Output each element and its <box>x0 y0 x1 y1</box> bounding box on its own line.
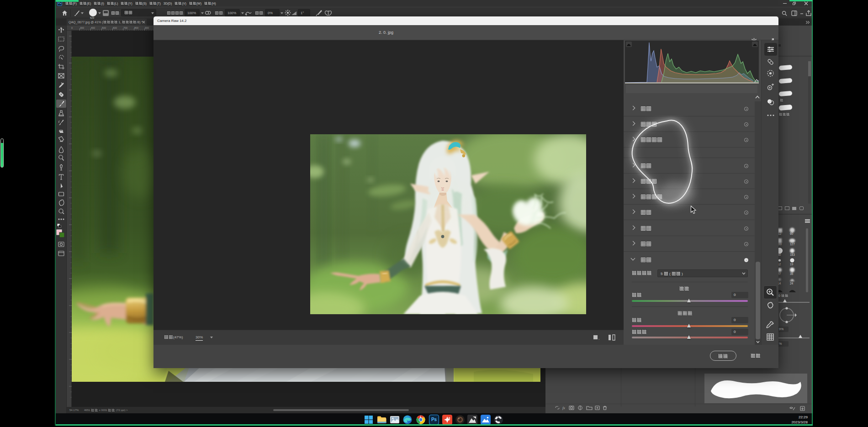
svg-text:127: 127 <box>790 242 795 246</box>
svg-text:fx: fx <box>562 406 565 410</box>
svg-text:35: 35 <box>790 272 794 275</box>
svg-text:19: 19 <box>790 263 794 266</box>
svg-text:24: 24 <box>790 282 794 285</box>
svg-text:60: 60 <box>790 232 794 235</box>
svg-text:183: 183 <box>790 253 795 256</box>
